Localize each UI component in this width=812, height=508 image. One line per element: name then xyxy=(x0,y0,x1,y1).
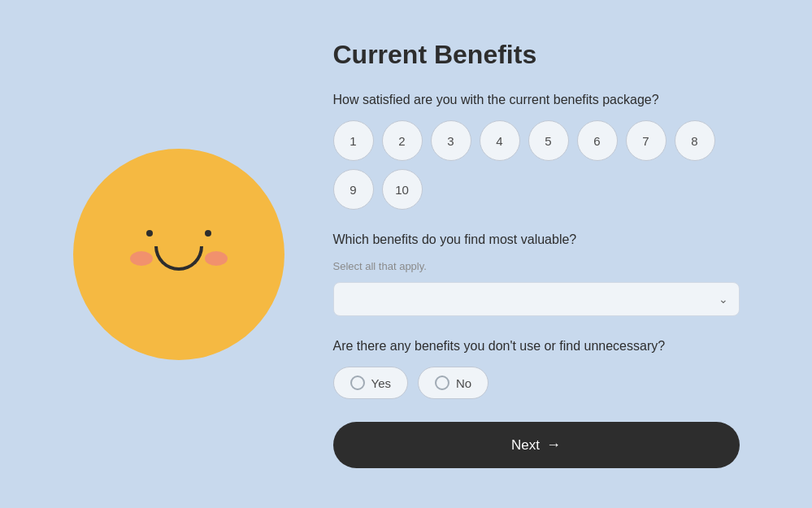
no-option[interactable]: No xyxy=(418,367,489,399)
form-section: Current Benefits How satisfied are you w… xyxy=(333,40,740,468)
next-button-label: Next xyxy=(511,437,540,454)
eye-left-icon xyxy=(146,230,153,237)
unnecessary-block: Are there any benefits you don't use or … xyxy=(333,339,740,399)
rating-button-1[interactable]: 1 xyxy=(333,120,374,161)
cheek-right-icon xyxy=(205,251,228,266)
radio-group: Yes No xyxy=(333,367,740,399)
rating-button-8[interactable]: 8 xyxy=(675,120,715,161)
unnecessary-question-label: Are there any benefits you don't use or … xyxy=(333,339,740,354)
rating-grid: 12345678910 xyxy=(333,120,740,210)
page-title: Current Benefits xyxy=(333,40,740,70)
rating-button-4[interactable]: 4 xyxy=(480,120,520,161)
rating-button-5[interactable]: 5 xyxy=(528,120,569,161)
arrow-right-icon: → xyxy=(546,436,561,454)
benefits-question-label: Which benefits do you find most valuable… xyxy=(333,232,740,247)
illustration-container xyxy=(73,149,284,360)
rating-button-2[interactable]: 2 xyxy=(382,120,423,161)
rating-button-6[interactable]: 6 xyxy=(577,120,618,161)
select-wrapper: Health InsuranceDental & Vision401(k) / … xyxy=(333,282,740,316)
no-radio-circle xyxy=(435,376,449,390)
benefits-sub-label: Select all that apply. xyxy=(333,260,740,272)
next-button[interactable]: Next → xyxy=(333,422,740,468)
yes-option[interactable]: Yes xyxy=(333,367,408,399)
satisfaction-question-label: How satisfied are you with the current b… xyxy=(333,93,740,107)
page-container: Current Benefits How satisfied are you w… xyxy=(0,0,812,508)
yes-radio-circle xyxy=(350,376,365,390)
satisfaction-block: How satisfied are you with the current b… xyxy=(333,93,740,210)
rating-button-7[interactable]: 7 xyxy=(626,120,667,161)
rating-button-10[interactable]: 10 xyxy=(382,169,423,210)
rating-button-3[interactable]: 3 xyxy=(431,120,471,161)
no-label: No xyxy=(456,376,471,390)
smiley-face xyxy=(122,222,236,303)
smiley-circle xyxy=(73,149,284,360)
eye-right-icon xyxy=(205,230,211,237)
benefits-block: Which benefits do you find most valuable… xyxy=(333,232,740,316)
benefits-select[interactable]: Health InsuranceDental & Vision401(k) / … xyxy=(333,282,740,316)
cheek-left-icon xyxy=(130,251,153,266)
rating-button-9[interactable]: 9 xyxy=(333,169,374,210)
yes-label: Yes xyxy=(371,376,391,390)
smile-icon xyxy=(154,246,203,271)
